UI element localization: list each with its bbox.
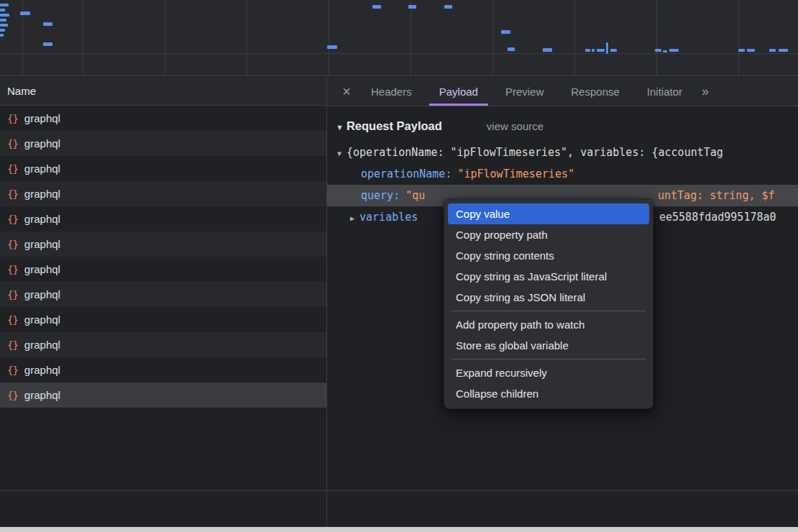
network-overview-timeline[interactable]: [0, 0, 798, 76]
menu-item-expand-recursively[interactable]: Expand recursively: [448, 362, 649, 383]
detail-tabs: HeadersPayloadPreviewResponseInitiator: [357, 77, 696, 106]
section-disclosure-icon[interactable]: ▼: [336, 123, 344, 132]
request-name: graphql: [24, 188, 60, 200]
tab-payload[interactable]: Payload: [426, 77, 492, 106]
json-braces-icon: {}: [7, 113, 18, 124]
json-braces-icon: {}: [7, 339, 18, 351]
request-name: graphql: [24, 213, 60, 225]
menu-item-copy-string-as-javascript-literal[interactable]: Copy string as JavaScript literal: [448, 266, 649, 287]
menu-separator: [451, 311, 646, 311]
request-row[interactable]: {}graphql: [0, 106, 326, 131]
tab-response[interactable]: Response: [557, 77, 633, 106]
menu-item-copy-string-contents[interactable]: Copy string contents: [448, 245, 649, 266]
json-braces-icon: {}: [7, 138, 18, 150]
footer-divider: [0, 490, 798, 491]
request-name: graphql: [24, 112, 60, 124]
request-name: graphql: [24, 339, 60, 351]
request-row[interactable]: {}graphql: [0, 332, 326, 357]
requests-pane: Name {}graphql{}graphql{}graphql{}graphq…: [0, 77, 327, 527]
timeline-activity-bar: [0, 19, 6, 22]
timeline-activity-bar: [769, 49, 776, 52]
property-key: query:: [361, 189, 400, 202]
devtools-window: Name {}graphql{}graphql{}graphql{}graphq…: [0, 0, 798, 527]
json-braces-icon: {}: [7, 188, 18, 200]
timeline-activity-bar: [43, 42, 52, 46]
menu-item-copy-string-as-json-literal[interactable]: Copy string as JSON literal: [448, 287, 649, 308]
view-source-link[interactable]: view source: [487, 120, 544, 132]
request-row[interactable]: {}graphql: [0, 382, 326, 408]
timeline-activity-bar: [0, 4, 9, 6]
timeline-activity-bar: [0, 14, 9, 17]
menu-item-add-property-path-to-watch[interactable]: Add property path to watch: [448, 314, 649, 335]
json-braces-icon: {}: [7, 163, 18, 175]
request-row[interactable]: {}graphql: [0, 181, 326, 206]
timeline-activity-bar: [738, 49, 745, 52]
request-name: graphql: [24, 238, 60, 250]
request-name: graphql: [24, 162, 60, 175]
column-header-name[interactable]: Name: [0, 77, 326, 106]
menu-item-copy-value[interactable]: Copy value: [448, 203, 649, 224]
menu-item-collapse-children[interactable]: Collapse children: [448, 383, 649, 404]
context-menu: Copy valueCopy property pathCopy string …: [444, 198, 653, 409]
timeline-activity-bar: [592, 49, 595, 52]
timeline-activity-bar: [43, 22, 52, 26]
tab-initiator[interactable]: Initiator: [633, 77, 696, 106]
timeline-activity-bar: [0, 24, 8, 27]
network-main-area: Name {}graphql{}graphql{}graphql{}graphq…: [0, 77, 798, 527]
timeline-activity-bar: [669, 49, 679, 52]
json-braces-icon: {}: [7, 264, 18, 275]
timeline-activity-bar: [444, 5, 452, 9]
request-row[interactable]: {}graphql: [0, 282, 326, 307]
timeline-activity-bar: [0, 9, 5, 12]
property-value-clipped: ee5588fdad995178a0: [659, 206, 776, 228]
timeline-activity-bar: [655, 49, 661, 52]
timeline-activity-bar: [508, 47, 515, 51]
timeline-activity-bar: [501, 30, 510, 34]
menu-item-copy-property-path[interactable]: Copy property path: [448, 224, 649, 245]
timeline-activity-bar: [327, 45, 337, 49]
request-payload-section: ▼ Request Payload view source: [327, 106, 798, 142]
property-value-clipped: untTag: string, $f: [658, 185, 775, 206]
menu-item-store-as-global-variable[interactable]: Store as global variable: [448, 335, 649, 356]
payload-root-row[interactable]: ▼{operationName: "ipFlowTimeseries", var…: [327, 142, 798, 163]
request-row[interactable]: {}graphql: [0, 156, 326, 181]
property-key: operationName:: [361, 168, 451, 180]
request-name: graphql: [24, 263, 60, 275]
timeline-activity-bar: [779, 49, 788, 52]
timeline-activity-bar: [610, 49, 617, 52]
timeline-activity-bar: [606, 42, 608, 54]
request-name: graphql: [24, 364, 60, 376]
request-row[interactable]: {}graphql: [0, 131, 326, 156]
json-braces-icon: {}: [7, 239, 18, 250]
expander-open-icon[interactable]: ▼: [337, 150, 341, 157]
detail-tabbar: × HeadersPayloadPreviewResponseInitiator…: [327, 77, 798, 106]
close-icon[interactable]: ×: [336, 77, 357, 106]
devtools-screenshot: { "colors": { "accent_purple": "#a07ce8"…: [0, 0, 798, 532]
timeline-activity-bar: [0, 34, 4, 37]
request-row[interactable]: {}graphql: [0, 307, 326, 332]
tab-preview[interactable]: Preview: [492, 77, 557, 106]
payload-operation-name-row[interactable]: operationName:"ipFlowTimeseries": [327, 163, 798, 185]
timeline-activity-bar: [0, 29, 5, 32]
request-row[interactable]: {}graphql: [0, 206, 326, 231]
tab-headers[interactable]: Headers: [357, 77, 426, 106]
json-braces-icon: {}: [7, 289, 18, 301]
overflow-tabs-icon[interactable]: »: [702, 77, 709, 106]
window-bottom-edge: [0, 527, 798, 532]
timeline-activity-bar: [585, 49, 590, 52]
expander-closed-icon[interactable]: ▶: [350, 214, 354, 222]
request-row[interactable]: {}graphql: [0, 357, 326, 382]
timeline-activity-bar: [747, 49, 755, 52]
property-key: variables: [359, 211, 418, 224]
menu-separator: [451, 359, 646, 359]
property-value: "ipFlowTimeseries": [457, 168, 574, 180]
section-title: Request Payload: [347, 119, 442, 133]
json-braces-icon: {}: [7, 214, 18, 225]
request-row[interactable]: {}graphql: [0, 231, 326, 257]
json-braces-icon: {}: [7, 390, 18, 401]
request-row[interactable]: {}graphql: [0, 257, 326, 282]
timeline-activity-bar: [663, 50, 667, 52]
request-list: {}graphql{}graphql{}graphql{}graphql{}gr…: [0, 106, 326, 408]
timeline-activity-bar: [597, 49, 605, 52]
request-name: graphql: [24, 137, 60, 150]
